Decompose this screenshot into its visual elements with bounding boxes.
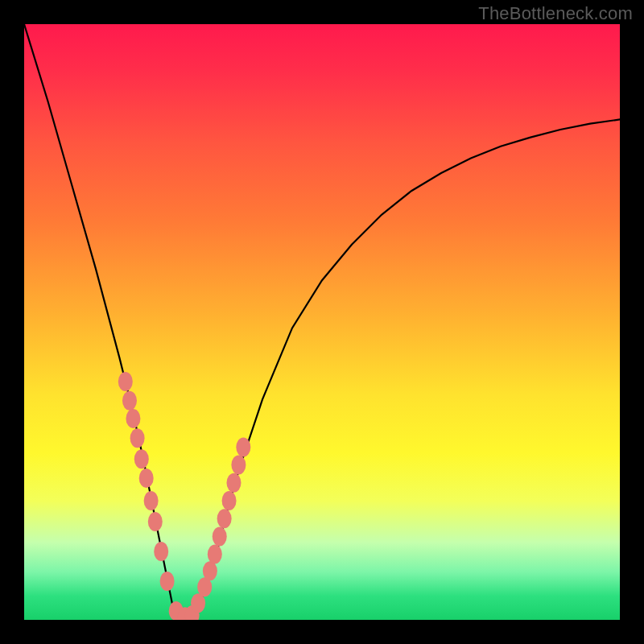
marker-point bbox=[134, 449, 149, 469]
curve-svg bbox=[24, 24, 620, 620]
marker-point bbox=[126, 409, 140, 428]
watermark-text: TheBottleneck.com bbox=[478, 3, 633, 24]
marker-point bbox=[139, 469, 154, 488]
marker-point bbox=[144, 491, 159, 510]
marker-point bbox=[130, 428, 145, 448]
marker-point bbox=[118, 372, 133, 391]
marker-point bbox=[217, 509, 232, 528]
marker-point bbox=[122, 391, 137, 411]
marker-point bbox=[231, 456, 246, 475]
marker-point bbox=[160, 572, 175, 591]
bottleneck-curve bbox=[24, 24, 620, 620]
plot-area bbox=[24, 24, 620, 620]
chart-frame: TheBottleneck.com bbox=[0, 0, 644, 644]
marker-point bbox=[208, 545, 222, 564]
marker-point bbox=[236, 437, 250, 456]
marker-point bbox=[226, 473, 241, 493]
marker-point bbox=[203, 561, 217, 580]
highlight-markers bbox=[118, 372, 251, 620]
marker-point bbox=[154, 542, 168, 561]
marker-point bbox=[222, 491, 237, 510]
marker-point bbox=[213, 526, 227, 546]
marker-point bbox=[148, 512, 163, 531]
